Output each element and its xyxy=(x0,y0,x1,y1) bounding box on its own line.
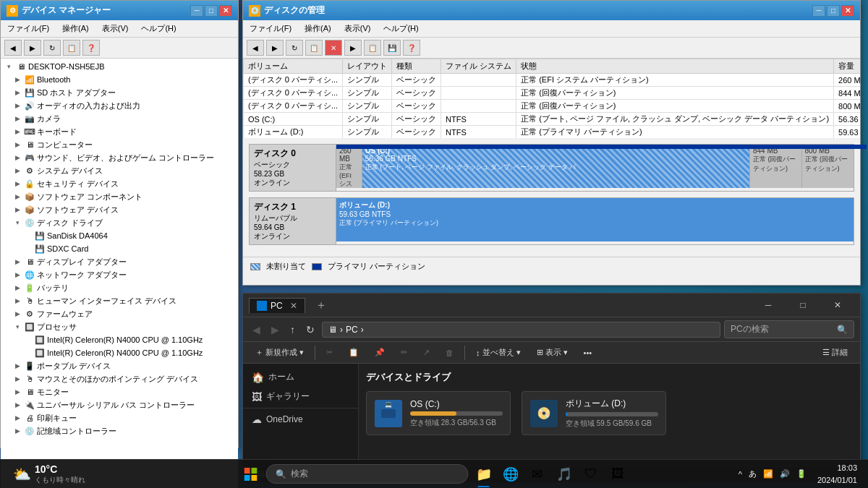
tree-mouse[interactable]: ▶ 🖱 マウスとそのほかのポインティング デバイス xyxy=(2,372,237,385)
tray-a-icon[interactable]: あ xyxy=(747,467,758,481)
tree-sd-adapter[interactable]: ▶ 💾 SD ホスト アダプター xyxy=(2,86,237,99)
dm-forward-btn[interactable]: ▶ xyxy=(266,40,284,56)
fe-delete-btn[interactable]: 🗑 xyxy=(439,346,460,360)
disk0-recovery2-partition[interactable]: 800 MB 正常 (回復パーティション) xyxy=(802,145,854,188)
fe-view-btn[interactable]: ⊞ 表示 ▾ xyxy=(530,344,574,361)
fe-tab-close-icon[interactable]: ✕ xyxy=(290,301,297,311)
fe-rename-btn[interactable]: ✏ xyxy=(394,345,414,360)
sidebar-item-home[interactable]: 🏠 ホーム xyxy=(243,367,358,387)
tree-network[interactable]: ▶ 🌐 ネットワーク アダプター xyxy=(2,268,237,281)
table-row[interactable]: ボリューム (D:)シンプルベーシックNTFS正常 (プライマリ パーティション… xyxy=(244,126,861,139)
table-row[interactable]: (ディスク 0 パーティシ...シンプルベーシック正常 (回復パーティション)8… xyxy=(244,87,861,100)
dm-refresh-btn[interactable]: ↻ xyxy=(286,40,303,56)
tree-toggle-bluetooth[interactable]: ▶ xyxy=(12,74,22,85)
dm-menu-help[interactable]: ヘルプ(H) xyxy=(380,22,421,35)
dm-back-btn[interactable]: ◀ xyxy=(247,40,264,56)
tree-toggle-sw-dev[interactable]: ▶ xyxy=(12,205,22,215)
device-tree[interactable]: ▾ 🖥 DESKTOP-NSH5EJB ▶ 📶 Bluetooth ▶ 💾 SD… xyxy=(1,59,238,488)
fe-new-tab-btn[interactable]: ＋ xyxy=(311,298,331,313)
drive-c-item[interactable]: 💻 OS (C:) 空き領域 28.3 GB/56.3 GB xyxy=(366,391,511,435)
tree-toggle-network[interactable]: ▶ xyxy=(12,270,22,280)
tree-toggle-camera[interactable]: ▶ xyxy=(12,114,22,124)
fe-close-btn[interactable]: ✕ xyxy=(821,296,854,314)
tree-sound[interactable]: ▶ 🎮 サウンド、ビデオ、およびゲーム コントローラー xyxy=(2,151,237,164)
tree-cpu1[interactable]: ▶ 🔲 Intel(R) Celeron(R) N4000 CPU @ 1.10… xyxy=(2,333,237,346)
tree-display[interactable]: ▶ 🖥 ディスプレイ アダプター xyxy=(2,255,237,268)
tree-toggle-print[interactable]: ▶ xyxy=(12,413,22,423)
tree-toggle-display[interactable]: ▶ xyxy=(12,257,22,267)
tree-toggle-usb[interactable]: ▶ xyxy=(12,400,22,410)
tree-sandisk[interactable]: ▶ 💾 SanDisk DA4064 xyxy=(2,229,237,242)
close-button[interactable]: ✕ xyxy=(219,5,232,17)
tree-sw-device[interactable]: ▶ 📦 ソフトウェア デバイス xyxy=(2,203,237,216)
dm-close-button[interactable]: ✕ xyxy=(841,5,854,17)
dm-table-area[interactable]: ボリューム レイアウト 種類 ファイル システム 状態 容量 空き領域 空き領域… xyxy=(243,59,860,138)
dm-btn1[interactable]: 📋 xyxy=(305,40,323,56)
fe-forward-btn[interactable]: ▶ xyxy=(268,322,283,337)
tree-bluetooth[interactable]: ▶ 📶 Bluetooth xyxy=(2,73,237,86)
disk0-efi-partition[interactable]: 260 MB 正常 (EFI システム パーティショ: xyxy=(336,145,362,188)
dm-menu-action[interactable]: 操作(A) xyxy=(302,22,334,35)
tree-toggle-sound[interactable]: ▶ xyxy=(12,153,22,163)
dm-btn6[interactable]: ❓ xyxy=(403,40,420,56)
tree-cpu2[interactable]: ▶ 🔲 Intel(R) Celeron(R) N4000 CPU @ 1.10… xyxy=(2,346,237,359)
tree-portable[interactable]: ▶ 📱 ポータブル デバイス xyxy=(2,359,237,372)
fe-share-btn[interactable]: ↗ xyxy=(417,345,436,360)
dm-maximize-button[interactable]: □ xyxy=(827,5,840,17)
disk0-os-partition[interactable]: OS (C:) 56.36 GB NTFS 正常 (ブート, ページ ファイル,… xyxy=(362,145,750,188)
menu-action[interactable]: 操作(A) xyxy=(59,22,92,35)
tree-sdxc[interactable]: ▶ 💾 SDXC Card xyxy=(2,242,237,255)
tree-toggle-firmware[interactable]: ▶ xyxy=(12,309,22,319)
fe-sort-btn[interactable]: ↕ 並べ替え ▾ xyxy=(469,344,527,361)
tree-print[interactable]: ▶ 🖨 印刷キュー xyxy=(2,411,237,424)
menu-view[interactable]: 表示(V) xyxy=(99,22,132,35)
back-button[interactable]: ◀ xyxy=(4,40,22,56)
tree-toggle-sd[interactable]: ▶ xyxy=(12,87,22,98)
tray-wifi-icon[interactable]: 📶 xyxy=(762,468,775,480)
tree-audio[interactable]: ▶ 🔊 オーディオの入力および出力 xyxy=(2,99,237,112)
tree-sw-component[interactable]: ▶ 📦 ソフトウェア コンポーネント xyxy=(2,190,237,203)
taskbar-app-explorer[interactable]: 📁 xyxy=(472,463,495,486)
properties-button[interactable]: 📋 xyxy=(63,40,80,56)
fe-more-btn[interactable]: ••• xyxy=(577,346,599,360)
tree-toggle-monitor[interactable]: ▶ xyxy=(12,387,22,397)
fe-paste-btn[interactable]: 📌 xyxy=(368,345,391,360)
tray-battery-icon[interactable]: 🔋 xyxy=(795,468,808,480)
refresh-button[interactable]: ↻ xyxy=(43,40,61,56)
dm-menu-view[interactable]: 表示(V) xyxy=(341,22,374,35)
tree-toggle-proc[interactable]: ▾ xyxy=(12,322,22,332)
drive-d-item[interactable]: 📀 ボリューム (D:) 空き領域 59.5 GB/59.6 GB xyxy=(522,391,666,435)
tree-toggle-system[interactable]: ▶ xyxy=(12,166,22,176)
tree-toggle[interactable]: ▾ xyxy=(4,61,14,72)
fe-search-box[interactable]: PCの検索 🔍 xyxy=(724,320,854,338)
fe-tab-pc[interactable]: PC ✕ xyxy=(249,298,305,313)
fe-search-icon[interactable]: 🔍 xyxy=(837,325,848,335)
fe-up-btn[interactable]: ↑ xyxy=(286,322,299,337)
tree-security[interactable]: ▶ 🔒 セキュリティ デバイス xyxy=(2,177,237,190)
tree-camera[interactable]: ▶ 📷 カメラ xyxy=(2,112,237,125)
tree-system[interactable]: ▶ ⚙ システム デバイス xyxy=(2,164,237,177)
menu-file[interactable]: ファイル(F) xyxy=(4,22,52,35)
fe-copy-btn[interactable]: 📋 xyxy=(342,345,365,360)
tree-toggle-battery[interactable]: ▶ xyxy=(12,283,22,293)
fe-refresh-btn[interactable]: ↻ xyxy=(302,322,318,337)
tree-toggle-disk[interactable]: ▾ xyxy=(12,218,22,228)
search-bar[interactable]: 🔍 検索 xyxy=(266,464,469,484)
tree-computer[interactable]: ▶ 🖥 コンピューター xyxy=(2,138,237,151)
tree-keyboard[interactable]: ▶ ⌨ キーボード xyxy=(2,125,237,138)
tree-battery[interactable]: ▶ 🔋 バッテリ xyxy=(2,281,237,294)
weather-widget[interactable]: ⛅ 10°C くもり時々晴れ xyxy=(7,461,91,487)
dm-btn5[interactable]: 💾 xyxy=(383,40,401,56)
fe-maximize-btn[interactable]: □ xyxy=(786,296,820,314)
dm-menu-file[interactable]: ファイル(F) xyxy=(247,22,294,35)
tree-toggle-sw-comp[interactable]: ▶ xyxy=(12,192,22,202)
tree-toggle-portable[interactable]: ▶ xyxy=(12,361,22,371)
taskbar-app-mail[interactable]: ✉ xyxy=(526,463,549,486)
tree-hid[interactable]: ▶ 🖱 ヒューマン インターフェイス デバイス xyxy=(2,294,237,307)
forward-button[interactable]: ▶ xyxy=(24,40,41,56)
table-row[interactable]: (ディスク 0 パーティシ...シンプルベーシック正常 (EFI システム パー… xyxy=(244,74,861,87)
tree-toggle-security[interactable]: ▶ xyxy=(12,179,22,189)
tree-toggle-storage[interactable]: ▶ xyxy=(12,426,22,436)
menu-help[interactable]: ヘルプ(H) xyxy=(138,22,179,35)
taskbar-app-photos[interactable]: 🖼 xyxy=(606,463,629,486)
